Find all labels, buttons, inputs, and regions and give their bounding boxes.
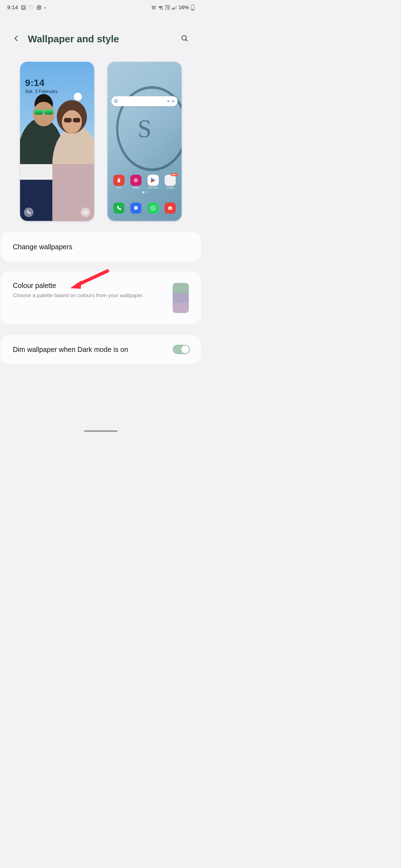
home-screen-preview[interactable]: S G Store Gallery Play Store	[108, 62, 181, 221]
svg-point-4	[33, 7, 33, 8]
svg-point-5	[32, 9, 33, 9]
app-row-1: Store Gallery Play Store 999+ Google	[108, 175, 181, 186]
alarm-icon	[151, 5, 156, 10]
google-logo-icon: G	[114, 98, 118, 104]
svg-rect-17	[176, 6, 176, 9]
svg-point-8	[29, 7, 30, 8]
app-play-store: Play Store	[148, 175, 159, 186]
lens-icon	[172, 100, 175, 103]
more-notif-icon: ●	[44, 6, 46, 9]
signal-icon	[172, 5, 177, 10]
page-indicator	[108, 191, 181, 193]
svg-point-34	[137, 180, 138, 181]
svg-rect-20	[192, 9, 194, 10]
app-google-folder: 999+ Google	[165, 175, 176, 186]
search-button[interactable]	[180, 34, 189, 44]
dock-camera	[165, 203, 176, 214]
image-notif-icon	[21, 5, 26, 10]
svg-point-41	[136, 208, 136, 208]
svg-point-35	[134, 179, 135, 180]
svg-point-6	[31, 9, 31, 10]
google-search-widget: G	[111, 96, 178, 106]
svg-point-36	[137, 179, 138, 180]
lockscreen-photo	[20, 106, 94, 221]
palette-swatch-icon	[173, 283, 189, 313]
back-button[interactable]	[13, 35, 20, 43]
dock-row	[108, 203, 181, 214]
app-store: Store	[113, 175, 124, 186]
svg-point-30	[135, 180, 137, 181]
page-header: Wallpaper and style	[0, 28, 202, 50]
dock-messages	[130, 203, 141, 214]
svg-rect-0	[22, 6, 25, 9]
svg-point-38	[137, 181, 138, 182]
status-bar: 9:14 ● Vo)) LTE 16%	[0, 0, 202, 15]
battery-icon	[191, 4, 194, 10]
wallpaper-previews: 9:14 Sat, 3 February S G Store Gallery	[0, 62, 202, 221]
wallpaper-letter: S	[138, 114, 151, 143]
change-wallpapers-item[interactable]: Change wallpapers	[1, 232, 201, 261]
svg-point-9	[30, 6, 30, 7]
network-type-icon: Vo)) LTE	[165, 5, 170, 10]
mic-icon	[167, 100, 170, 103]
dim-wallpaper-item[interactable]: Dim wallpaper when Dark mode is on	[1, 335, 201, 364]
svg-point-11	[38, 7, 40, 8]
instagram-notif-icon	[36, 5, 41, 10]
svg-rect-16	[175, 6, 175, 9]
svg-point-31	[135, 178, 137, 179]
svg-point-7	[30, 9, 30, 9]
loading-notif-icon	[29, 5, 34, 10]
svg-point-24	[85, 212, 86, 213]
svg-rect-15	[173, 7, 174, 9]
svg-point-32	[135, 181, 137, 183]
svg-rect-26	[168, 100, 169, 102]
svg-point-42	[137, 208, 137, 208]
dock-phone	[113, 203, 124, 214]
svg-point-29	[173, 101, 174, 102]
folder-badge: 999+	[171, 173, 178, 176]
svg-point-46	[170, 208, 171, 209]
svg-point-2	[31, 5, 31, 6]
lockscreen-camera-shortcut	[81, 208, 90, 217]
svg-line-22	[186, 39, 188, 41]
svg-rect-14	[172, 9, 173, 10]
app-gallery: Gallery	[130, 175, 141, 186]
svg-point-21	[182, 36, 186, 40]
dim-wallpaper-toggle[interactable]	[173, 345, 190, 354]
svg-point-3	[32, 6, 33, 6]
svg-point-37	[134, 181, 135, 182]
svg-point-33	[134, 180, 135, 181]
lockscreen-phone-shortcut	[24, 208, 33, 217]
dock-whatsapp	[148, 203, 159, 214]
colour-palette-label: Colour palette	[13, 282, 144, 289]
wifi-icon	[158, 5, 164, 10]
change-wallpapers-label: Change wallpapers	[13, 243, 73, 251]
page-title: Wallpaper and style	[28, 33, 119, 44]
svg-point-1	[22, 6, 23, 7]
status-clock: 9:14	[7, 4, 18, 10]
svg-point-40	[135, 208, 135, 208]
colour-palette-subtitle: Choose a palette based on colours from y…	[13, 292, 144, 299]
dim-wallpaper-label: Dim wallpaper when Dark mode is on	[13, 345, 128, 353]
colour-palette-item[interactable]: Colour palette Choose a palette based on…	[1, 272, 201, 324]
svg-rect-47	[170, 206, 171, 207]
lockscreen-clock: 9:14 Sat, 3 February	[25, 78, 58, 94]
battery-pct: 16%	[178, 4, 189, 10]
nav-handle[interactable]	[84, 430, 117, 432]
lock-screen-preview[interactable]: 9:14 Sat, 3 February	[20, 62, 94, 221]
svg-rect-25	[85, 211, 86, 212]
svg-point-12	[40, 6, 40, 7]
